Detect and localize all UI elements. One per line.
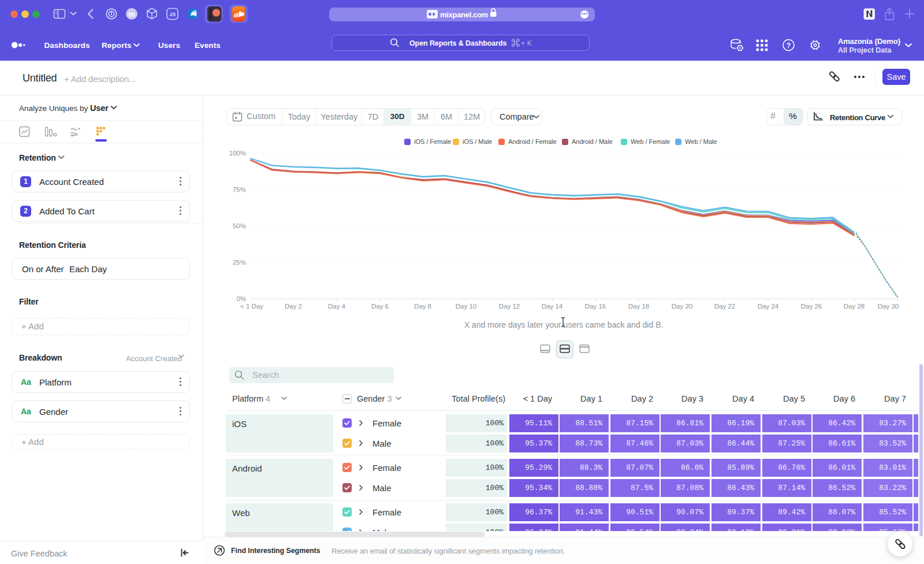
svg-text:Day 14: Day 14 [542, 303, 563, 310]
svg-text:75%: 75% [233, 186, 246, 193]
svg-text:Day 12: Day 12 [499, 303, 520, 310]
svg-text:Day 8: Day 8 [414, 303, 431, 310]
svg-text:Day 26: Day 26 [801, 303, 822, 310]
svg-text:Day 22: Day 22 [714, 303, 735, 310]
svg-text:Day 28: Day 28 [844, 303, 865, 310]
svg-text:Day 10: Day 10 [456, 303, 476, 310]
svg-text:Day 24: Day 24 [758, 303, 779, 310]
svg-text:Day 4: Day 4 [328, 303, 346, 310]
svg-text:Day 6: Day 6 [371, 303, 389, 310]
svg-text:50%: 50% [233, 222, 246, 229]
svg-text:Day 30: Day 30 [878, 303, 899, 310]
svg-text:Day 18: Day 18 [628, 303, 649, 310]
svg-text:Day 16: Day 16 [585, 303, 606, 310]
svg-text:Day 2: Day 2 [285, 303, 302, 310]
svg-text:0%: 0% [236, 295, 246, 302]
svg-text:100%: 100% [229, 150, 246, 157]
svg-text:25%: 25% [233, 259, 246, 266]
svg-text:Day 20: Day 20 [672, 303, 692, 310]
svg-text:< 1 Day: < 1 Day [240, 303, 263, 310]
